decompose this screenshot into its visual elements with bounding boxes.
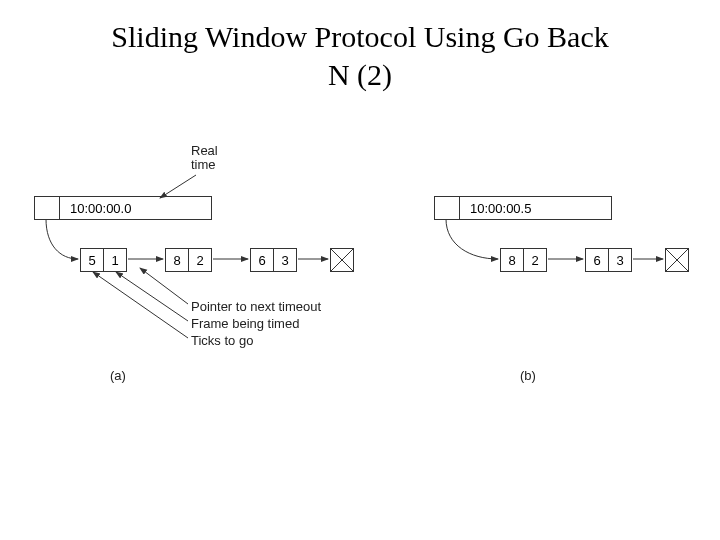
- frame-cell: 1: [104, 249, 126, 271]
- clock-box-a: 10:00:00.0: [34, 196, 212, 220]
- title-line-2: N (2): [328, 58, 392, 91]
- timer-node-a-2: 8 2: [165, 248, 212, 272]
- clock-box-b: 10:00:00.5: [434, 196, 612, 220]
- annotation-ticks: Ticks to go: [191, 333, 253, 348]
- x-icon: [666, 249, 688, 271]
- real-time-word2: time: [191, 157, 216, 172]
- svg-line-12: [93, 272, 188, 338]
- timer-node-b-1: 8 2: [500, 248, 547, 272]
- svg-line-10: [140, 268, 188, 304]
- clock-time-a: 10:00:00.0: [60, 201, 211, 216]
- page-title: Sliding Window Protocol Using Go Back N …: [0, 18, 720, 93]
- ticks-cell: 6: [586, 249, 609, 271]
- terminator-a: [330, 248, 354, 272]
- annotation-frame: Frame being timed: [191, 316, 299, 331]
- timer-node-a-1: 5 1: [80, 248, 127, 272]
- clock-stub-b: [435, 197, 460, 219]
- frame-cell: 2: [189, 249, 211, 271]
- clock-stub-a: [35, 197, 60, 219]
- frame-cell: 3: [274, 249, 296, 271]
- clock-time-b: 10:00:00.5: [460, 201, 611, 216]
- timer-node-b-2: 6 3: [585, 248, 632, 272]
- frame-cell: 3: [609, 249, 631, 271]
- x-icon: [331, 249, 353, 271]
- ticks-cell: 6: [251, 249, 274, 271]
- ticks-cell: 8: [501, 249, 524, 271]
- real-time-word1: Real: [191, 143, 218, 158]
- ticks-cell: 8: [166, 249, 189, 271]
- ticks-cell: 5: [81, 249, 104, 271]
- annotation-pointer: Pointer to next timeout: [191, 299, 321, 314]
- frame-cell: 2: [524, 249, 546, 271]
- timer-node-a-3: 6 3: [250, 248, 297, 272]
- title-line-1: Sliding Window Protocol Using Go Back: [111, 20, 608, 53]
- caption-b: (b): [520, 368, 536, 383]
- svg-line-11: [116, 272, 188, 321]
- svg-line-4: [160, 175, 196, 198]
- terminator-b: [665, 248, 689, 272]
- caption-a: (a): [110, 368, 126, 383]
- real-time-label: Real time: [191, 144, 218, 173]
